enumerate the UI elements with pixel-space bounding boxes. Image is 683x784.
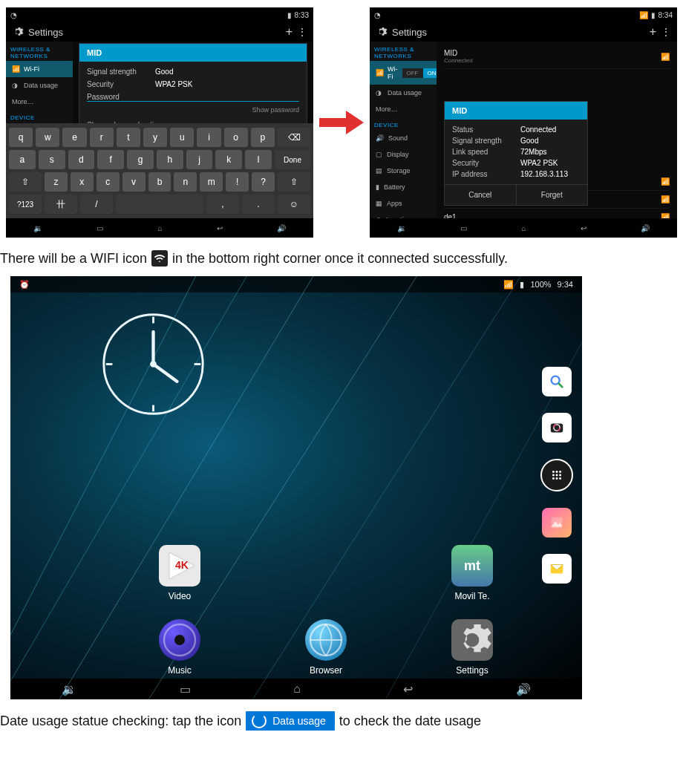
- svg-point-5: [150, 361, 157, 368]
- settings-title: Settings: [28, 27, 63, 38]
- nav-volume-down-icon[interactable]: 🔉: [62, 682, 76, 696]
- settings-wifi-connected-screenshot: ◔ 📶▮8:34 Settings + ⋮ WIRELESS & NETWORK…: [370, 7, 677, 238]
- key-shift[interactable]: ⇧: [9, 172, 42, 192]
- svg-point-17: [559, 471, 561, 473]
- nav-back-icon[interactable]: ↩: [217, 224, 223, 232]
- sidebar-item-location[interactable]: ◎Location: [370, 212, 437, 218]
- sidebar-item-more[interactable]: More…: [6, 94, 73, 110]
- nav-recents-icon[interactable]: ▭: [97, 224, 103, 232]
- android-status-bar: ◔ 📶▮8:34: [370, 7, 677, 22]
- key-numbers[interactable]: ?123: [9, 195, 42, 214]
- dock-gallery-icon[interactable]: [542, 508, 572, 538]
- wifi-dialog-title: MID: [79, 44, 307, 62]
- password-input[interactable]: [87, 101, 299, 102]
- onscreen-keyboard[interactable]: q w e r t y u i o p ⌫ a s d f g h j k: [6, 123, 313, 218]
- nav-volume-up-icon[interactable]: 🔊: [277, 224, 286, 232]
- sidebar-item-wifi[interactable]: 📶Wi-Fi OFFON: [370, 61, 437, 85]
- sidebar-item-wifi[interactable]: 📶Wi-Fi: [6, 61, 73, 77]
- overflow-icon[interactable]: ⋮: [661, 26, 671, 38]
- app-movil-te[interactable]: mt Movil Te.: [444, 545, 500, 601]
- sidebar-item-apps[interactable]: ▦Apps: [370, 195, 437, 212]
- svg-point-22: [556, 477, 558, 480]
- key-emoji[interactable]: ☺: [278, 195, 310, 214]
- svg-line-11: [559, 384, 563, 388]
- nav-home-icon[interactable]: ⌂: [521, 224, 526, 232]
- dock-column: [539, 367, 575, 584]
- nav-volume-down-icon[interactable]: 🔉: [397, 224, 406, 232]
- key-done[interactable]: Done: [275, 150, 310, 169]
- sidebar-item-sound[interactable]: 🔊Sound: [370, 130, 437, 146]
- svg-line-4: [154, 365, 177, 382]
- sidebar-item-data-usage[interactable]: ◑Data usage: [6, 77, 73, 94]
- nav-recents-icon[interactable]: ▭: [460, 224, 467, 232]
- key-backspace[interactable]: ⌫: [278, 128, 310, 147]
- wifi-network-row[interactable]: de1📶: [444, 209, 670, 218]
- key-shift-right[interactable]: ⇧: [278, 172, 310, 192]
- sidebar-item-battery[interactable]: ▮Battery: [370, 179, 437, 195]
- data-usage-label: Data usage: [272, 714, 326, 728]
- key-q[interactable]: q: [9, 128, 33, 147]
- android-nav-bar: 🔉 ▭ ⌂ ↩ 🔊: [10, 679, 582, 699]
- nav-back-icon[interactable]: ↩: [581, 224, 586, 232]
- settings-sidebar: WIRELESS & NETWORKS 📶Wi-Fi OFFON ◑Data u…: [370, 42, 437, 218]
- key-space[interactable]: [116, 195, 203, 214]
- dock-mail-icon[interactable]: [542, 554, 572, 584]
- svg-point-23: [559, 477, 561, 480]
- add-icon[interactable]: +: [650, 25, 656, 39]
- alarm-icon: ⏰: [19, 280, 30, 290]
- svg-point-19: [556, 474, 558, 477]
- dock-search-icon[interactable]: [542, 367, 572, 396]
- dock-camera-icon[interactable]: [542, 413, 572, 442]
- nav-volume-up-icon[interactable]: 🔊: [516, 682, 531, 696]
- android-status-bar: ◔ ▮8:33: [6, 7, 313, 22]
- svg-point-20: [559, 474, 561, 477]
- app-video[interactable]: 4K Video: [151, 545, 208, 601]
- android-nav-bar: 🔉 ▭ ⌂ ↩ 🔊: [6, 218, 313, 238]
- svg-point-15: [552, 471, 555, 473]
- nav-home-icon[interactable]: ⌂: [157, 224, 162, 232]
- show-password-checkbox[interactable]: Show password: [87, 106, 299, 114]
- battery-icon: ▮: [520, 280, 524, 290]
- battery-percent: 100%: [530, 280, 551, 289]
- dock-apps-icon[interactable]: [540, 459, 573, 491]
- nav-recents-icon[interactable]: ▭: [180, 682, 191, 696]
- sidebar-item-more[interactable]: More…: [370, 101, 437, 117]
- home-status-bar: ⏰ 📶 ▮ 100% 9:34: [10, 276, 582, 293]
- home-apps-row-2: Music Browser Settings: [151, 619, 500, 676]
- settings-header: Settings + ⋮: [6, 22, 313, 42]
- wifi-setup-figures: ◔ ▮8:33 Settings + ⋮ WIRELESS & NETWORKS…: [0, 0, 683, 241]
- red-arrow-icon: [319, 108, 364, 137]
- app-settings[interactable]: Settings: [444, 619, 500, 676]
- gear-icon: [12, 26, 24, 38]
- wifi-network-row[interactable]: MID Connected 📶: [444, 45, 670, 69]
- app-music[interactable]: Music: [151, 619, 208, 676]
- wifi-icon: [151, 250, 168, 267]
- svg-point-18: [552, 474, 555, 477]
- svg-rect-0: [319, 118, 346, 127]
- wifi-info-dialog: MID StatusConnected Signal strengthGood …: [444, 101, 588, 206]
- sidebar-item-storage[interactable]: ▤Storage: [370, 163, 437, 179]
- cancel-button[interactable]: Cancel: [445, 185, 516, 205]
- data-usage-button[interactable]: Data usage: [246, 711, 335, 731]
- wifi-icon: 📶: [503, 280, 514, 290]
- add-icon[interactable]: +: [286, 25, 293, 39]
- overflow-icon[interactable]: ⋮: [297, 26, 307, 38]
- settings-header: Settings + ⋮: [370, 22, 677, 42]
- svg-point-32: [174, 635, 185, 645]
- settings-wifi-password-screenshot: ◔ ▮8:33 Settings + ⋮ WIRELESS & NETWORKS…: [6, 7, 313, 238]
- app-browser[interactable]: Browser: [298, 619, 354, 676]
- svg-marker-1: [346, 111, 364, 134]
- android-nav-bar: 🔉 ▭ ⌂ ↩ 🔊: [370, 218, 677, 238]
- nav-volume-up-icon[interactable]: 🔊: [641, 224, 650, 232]
- nav-home-icon[interactable]: ⌂: [293, 682, 301, 696]
- tablet-home-screenshot: ⏰ 📶 ▮ 100% 9:34: [10, 276, 582, 699]
- sidebar-item-data-usage[interactable]: ◑Data usage: [370, 85, 437, 101]
- nav-back-icon[interactable]: ↩: [403, 682, 413, 696]
- svg-point-16: [556, 471, 558, 473]
- home-apps-row-1: 4K Video mt Movil Te.: [151, 545, 500, 601]
- wifi-icon-paragraph: There will be a WIFI icon in the bottom …: [0, 241, 683, 270]
- forget-button[interactable]: Forget: [516, 185, 588, 205]
- nav-volume-down-icon[interactable]: 🔉: [33, 224, 42, 232]
- sidebar-item-display[interactable]: ▢Display: [370, 146, 437, 163]
- analog-clock-widget[interactable]: [99, 310, 207, 418]
